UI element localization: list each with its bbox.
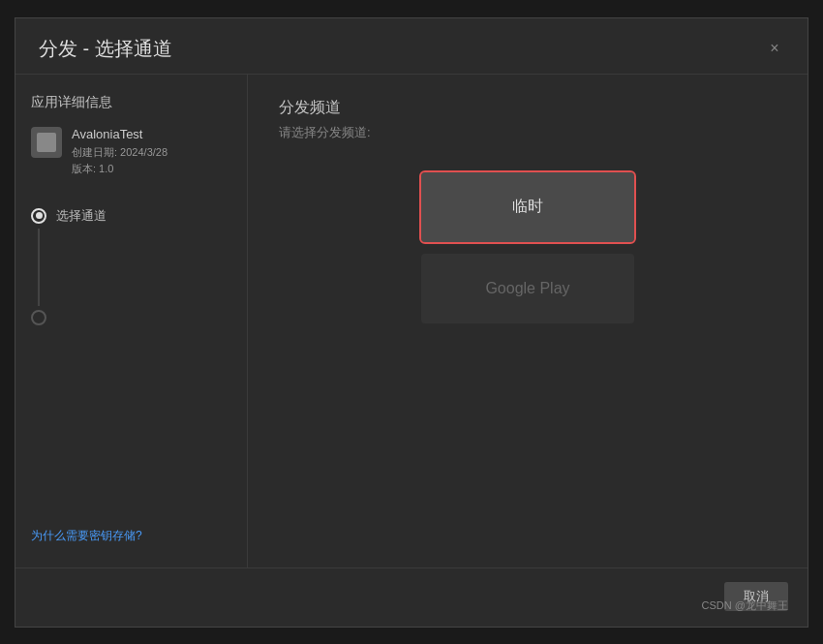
footer-area: 取消 [15, 567, 808, 627]
app-name: AvaloniaTest [72, 127, 231, 141]
step-circle-inactive [31, 310, 46, 325]
channel-section-title: 分发频道 [279, 98, 777, 118]
step-label: 选择通道 [56, 207, 107, 225]
app-details: AvaloniaTest 创建日期: 2024/3/28 版本: 1.0 [72, 127, 231, 178]
app-icon-inner [37, 133, 56, 152]
step-item-choose-channel: 选择通道 [31, 201, 231, 230]
bottom-link-area: 为什么需要密钥存储? [31, 514, 231, 548]
cancel-button[interactable]: 取消 [724, 582, 788, 611]
step-list: 选择通道 [31, 201, 231, 514]
app-icon [31, 127, 62, 158]
title-bar: 分发 - 选择通道 × [15, 18, 808, 75]
app-info-card: AvaloniaTest 创建日期: 2024/3/28 版本: 1.0 [31, 127, 231, 178]
app-info-section-title: 应用详细信息 [31, 94, 231, 111]
left-panel: 应用详细信息 AvaloniaTest 创建日期: 2024/3/28 版本: … [15, 75, 248, 567]
channel-subtitle: 请选择分发频道: [279, 124, 777, 141]
app-created-date: 创建日期: 2024/3/28 [72, 144, 231, 162]
channel-google-play-button[interactable]: Google Play [421, 254, 634, 323]
right-panel: 分发频道 请选择分发频道: 临时 Google Play [248, 75, 808, 567]
footer-buttons: 取消 [724, 582, 788, 611]
keystore-link[interactable]: 为什么需要密钥存储? [31, 529, 142, 542]
channel-list: 临时 Google Play [279, 172, 777, 323]
channel-temporary-button[interactable]: 临时 [421, 172, 634, 242]
app-version: 版本: 1.0 [72, 161, 231, 178]
dialog: 分发 - 选择通道 × 应用详细信息 AvaloniaTest 创建日期: 20… [15, 17, 808, 628]
dialog-title: 分发 - 选择通道 [39, 36, 172, 62]
step-circle-active [31, 208, 46, 224]
content-area: 应用详细信息 AvaloniaTest 创建日期: 2024/3/28 版本: … [15, 75, 808, 567]
step-connector [38, 229, 40, 306]
step-item-empty [31, 304, 231, 331]
close-button[interactable]: × [765, 39, 784, 58]
